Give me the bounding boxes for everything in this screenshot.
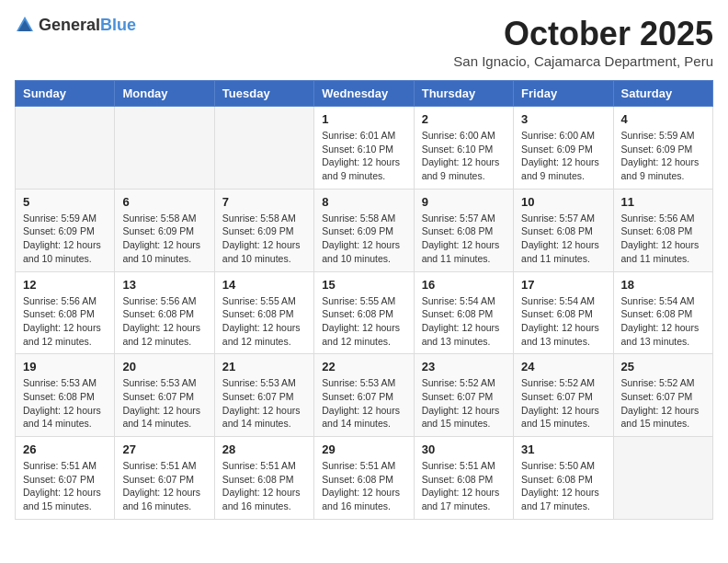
- calendar-cell: 20Sunrise: 5:53 AM Sunset: 6:07 PM Dayli…: [115, 354, 214, 437]
- calendar-cell: [214, 107, 313, 190]
- day-number: 30: [422, 442, 506, 456]
- day-number: 29: [322, 442, 405, 456]
- calendar-cell: 13Sunrise: 5:56 AM Sunset: 6:08 PM Dayli…: [115, 271, 214, 354]
- calendar-cell: 17Sunrise: 5:54 AM Sunset: 6:08 PM Dayli…: [514, 271, 613, 354]
- day-info: Sunrise: 5:55 AM Sunset: 6:08 PM Dayligh…: [322, 294, 405, 349]
- day-number: 20: [122, 360, 206, 373]
- day-number: 1: [322, 112, 405, 126]
- calendar: SundayMondayTuesdayWednesdayThursdayFrid…: [15, 80, 713, 520]
- day-number: 26: [23, 442, 107, 456]
- day-info: Sunrise: 6:00 AM Sunset: 6:09 PM Dayligh…: [521, 129, 605, 183]
- location-title: San Ignacio, Cajamarca Department, Peru: [453, 53, 713, 69]
- day-info: Sunrise: 5:53 AM Sunset: 6:07 PM Dayligh…: [322, 376, 405, 431]
- day-number: 27: [122, 442, 206, 456]
- calendar-cell: 19Sunrise: 5:53 AM Sunset: 6:08 PM Dayli…: [16, 354, 115, 437]
- day-number: 8: [322, 195, 405, 209]
- day-info: Sunrise: 5:54 AM Sunset: 6:08 PM Dayligh…: [521, 294, 605, 349]
- day-info: Sunrise: 5:52 AM Sunset: 6:07 PM Dayligh…: [621, 376, 705, 431]
- day-info: Sunrise: 5:51 AM Sunset: 6:08 PM Dayligh…: [222, 459, 306, 513]
- calendar-cell: 2Sunrise: 6:00 AM Sunset: 6:10 PM Daylig…: [414, 107, 513, 190]
- logo-icon: [15, 15, 35, 35]
- logo: GeneralBlue: [15, 15, 136, 35]
- calendar-cell: 28Sunrise: 5:51 AM Sunset: 6:08 PM Dayli…: [214, 437, 313, 520]
- day-info: Sunrise: 5:56 AM Sunset: 6:08 PM Dayligh…: [621, 212, 705, 266]
- day-number: 11: [621, 195, 705, 209]
- day-info: Sunrise: 5:51 AM Sunset: 6:07 PM Dayligh…: [122, 459, 206, 513]
- day-info: Sunrise: 5:58 AM Sunset: 6:09 PM Dayligh…: [222, 212, 306, 266]
- calendar-cell: 26Sunrise: 5:51 AM Sunset: 6:07 PM Dayli…: [16, 437, 115, 520]
- day-number: 5: [23, 195, 107, 209]
- day-info: Sunrise: 5:57 AM Sunset: 6:08 PM Dayligh…: [422, 212, 506, 266]
- calendar-cell: 12Sunrise: 5:56 AM Sunset: 6:08 PM Dayli…: [16, 271, 115, 354]
- week-row-5: 26Sunrise: 5:51 AM Sunset: 6:07 PM Dayli…: [16, 437, 713, 520]
- day-number: 2: [422, 112, 506, 126]
- calendar-cell: [16, 107, 115, 190]
- calendar-cell: [613, 437, 712, 520]
- day-number: 21: [222, 360, 306, 373]
- calendar-cell: 24Sunrise: 5:52 AM Sunset: 6:07 PM Dayli…: [514, 354, 613, 437]
- day-number: 14: [222, 278, 306, 292]
- day-info: Sunrise: 5:51 AM Sunset: 6:07 PM Dayligh…: [23, 459, 107, 513]
- calendar-cell: 10Sunrise: 5:57 AM Sunset: 6:08 PM Dayli…: [514, 189, 613, 271]
- day-info: Sunrise: 5:57 AM Sunset: 6:08 PM Dayligh…: [521, 212, 605, 266]
- calendar-header-row: SundayMondayTuesdayWednesdayThursdayFrid…: [16, 81, 713, 107]
- day-info: Sunrise: 6:00 AM Sunset: 6:10 PM Dayligh…: [422, 129, 506, 183]
- calendar-cell: 25Sunrise: 5:52 AM Sunset: 6:07 PM Dayli…: [613, 354, 712, 437]
- day-number: 22: [322, 360, 405, 373]
- calendar-cell: 16Sunrise: 5:54 AM Sunset: 6:08 PM Dayli…: [414, 271, 513, 354]
- day-info: Sunrise: 5:55 AM Sunset: 6:08 PM Dayligh…: [222, 294, 306, 349]
- week-row-2: 5Sunrise: 5:59 AM Sunset: 6:09 PM Daylig…: [16, 189, 713, 271]
- calendar-cell: 14Sunrise: 5:55 AM Sunset: 6:08 PM Dayli…: [214, 271, 313, 354]
- calendar-body: 1Sunrise: 6:01 AM Sunset: 6:10 PM Daylig…: [16, 107, 713, 520]
- day-number: 6: [122, 195, 206, 209]
- calendar-cell: 7Sunrise: 5:58 AM Sunset: 6:09 PM Daylig…: [214, 189, 313, 271]
- calendar-cell: 31Sunrise: 5:50 AM Sunset: 6:08 PM Dayli…: [514, 437, 613, 520]
- day-info: Sunrise: 5:56 AM Sunset: 6:08 PM Dayligh…: [122, 294, 206, 349]
- week-row-3: 12Sunrise: 5:56 AM Sunset: 6:08 PM Dayli…: [16, 271, 713, 354]
- month-title: October 2025: [453, 15, 713, 53]
- calendar-cell: 23Sunrise: 5:52 AM Sunset: 6:07 PM Dayli…: [414, 354, 513, 437]
- day-header-friday: Friday: [514, 81, 613, 107]
- day-info: Sunrise: 5:56 AM Sunset: 6:08 PM Dayligh…: [23, 294, 107, 349]
- day-number: 23: [422, 360, 506, 373]
- calendar-cell: 22Sunrise: 5:53 AM Sunset: 6:07 PM Dayli…: [314, 354, 414, 437]
- day-info: Sunrise: 5:52 AM Sunset: 6:07 PM Dayligh…: [521, 376, 605, 431]
- day-number: 17: [521, 278, 605, 292]
- calendar-cell: 29Sunrise: 5:51 AM Sunset: 6:08 PM Dayli…: [314, 437, 414, 520]
- logo-text-blue: Blue: [100, 16, 136, 34]
- day-info: Sunrise: 6:01 AM Sunset: 6:10 PM Dayligh…: [322, 129, 405, 183]
- calendar-cell: 3Sunrise: 6:00 AM Sunset: 6:09 PM Daylig…: [514, 107, 613, 190]
- calendar-cell: 5Sunrise: 5:59 AM Sunset: 6:09 PM Daylig…: [16, 189, 115, 271]
- day-number: 7: [222, 195, 306, 209]
- day-info: Sunrise: 5:58 AM Sunset: 6:09 PM Dayligh…: [322, 212, 405, 266]
- calendar-cell: 6Sunrise: 5:58 AM Sunset: 6:09 PM Daylig…: [115, 189, 214, 271]
- calendar-cell: 15Sunrise: 5:55 AM Sunset: 6:08 PM Dayli…: [314, 271, 414, 354]
- calendar-cell: 21Sunrise: 5:53 AM Sunset: 6:07 PM Dayli…: [214, 354, 313, 437]
- day-number: 13: [122, 278, 206, 292]
- calendar-cell: [115, 107, 214, 190]
- day-number: 9: [422, 195, 506, 209]
- day-header-thursday: Thursday: [414, 81, 513, 107]
- day-number: 24: [521, 360, 605, 373]
- day-number: 10: [521, 195, 605, 209]
- day-info: Sunrise: 5:54 AM Sunset: 6:08 PM Dayligh…: [621, 294, 705, 349]
- calendar-cell: 4Sunrise: 5:59 AM Sunset: 6:09 PM Daylig…: [613, 107, 712, 190]
- week-row-1: 1Sunrise: 6:01 AM Sunset: 6:10 PM Daylig…: [16, 107, 713, 190]
- title-area: October 2025 San Ignacio, Cajamarca Depa…: [453, 15, 713, 69]
- day-header-sunday: Sunday: [16, 81, 115, 107]
- calendar-cell: 27Sunrise: 5:51 AM Sunset: 6:07 PM Dayli…: [115, 437, 214, 520]
- day-number: 16: [422, 278, 506, 292]
- day-number: 12: [23, 278, 107, 292]
- day-header-wednesday: Wednesday: [314, 81, 414, 107]
- day-number: 18: [621, 278, 705, 292]
- day-number: 31: [521, 442, 605, 456]
- logo-text-general: General: [39, 16, 100, 34]
- day-info: Sunrise: 5:53 AM Sunset: 6:07 PM Dayligh…: [222, 376, 306, 431]
- day-number: 3: [521, 112, 605, 126]
- day-info: Sunrise: 5:59 AM Sunset: 6:09 PM Dayligh…: [621, 129, 705, 183]
- calendar-cell: 9Sunrise: 5:57 AM Sunset: 6:08 PM Daylig…: [414, 189, 513, 271]
- day-info: Sunrise: 5:59 AM Sunset: 6:09 PM Dayligh…: [23, 212, 107, 266]
- day-number: 4: [621, 112, 705, 126]
- day-info: Sunrise: 5:51 AM Sunset: 6:08 PM Dayligh…: [422, 459, 506, 513]
- week-row-4: 19Sunrise: 5:53 AM Sunset: 6:08 PM Dayli…: [16, 354, 713, 437]
